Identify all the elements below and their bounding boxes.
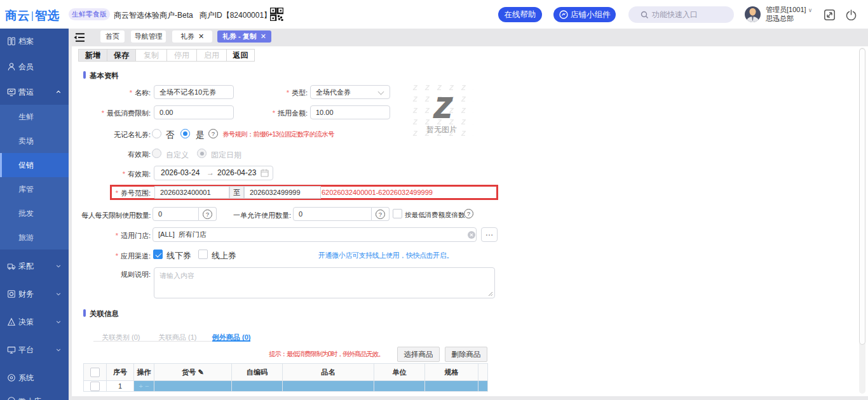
svg-text:Z: Z: [433, 92, 453, 123]
